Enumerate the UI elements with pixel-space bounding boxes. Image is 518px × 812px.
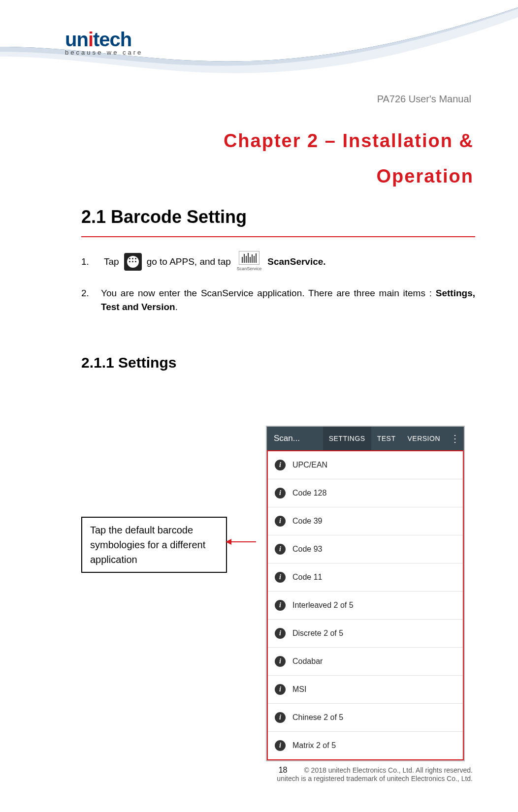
symbology-list: iUPC/EAN iCode 128 iCode 39 iCode 93 iCo… bbox=[267, 450, 464, 760]
page-number: 18 bbox=[279, 766, 288, 775]
section-title: 2.1 Barcode Setting bbox=[81, 207, 247, 227]
phone-app-name: Scan... bbox=[267, 434, 307, 443]
info-icon: i bbox=[275, 628, 286, 639]
brand-logo: unitech because we care bbox=[65, 29, 143, 56]
list-item-label: Code 39 bbox=[292, 517, 323, 526]
phone-topbar: Scan... SETTINGS TEST VERSION ⋮ bbox=[267, 427, 464, 450]
callout-box: Tap the default barcode symbologies for … bbox=[81, 517, 227, 573]
footer-line2: unitech is a registered trademark of uni… bbox=[277, 775, 473, 782]
phone-screenshot: Scan... SETTINGS TEST VERSION ⋮ iUPC/EAN… bbox=[266, 426, 465, 761]
step-2-num: 2. bbox=[81, 286, 101, 301]
list-item-label: UPC/EAN bbox=[292, 461, 327, 469]
list-item[interactable]: iCode 93 bbox=[268, 535, 463, 563]
info-icon: i bbox=[275, 684, 286, 695]
info-icon: i bbox=[275, 600, 286, 611]
section-rule bbox=[81, 236, 475, 237]
step-2: 2. You are now enter the ScanService app… bbox=[81, 286, 475, 314]
logo-tagline: because we care bbox=[65, 49, 143, 56]
page-footer: 18 © 2018 unitech Electronics Co., Ltd. … bbox=[0, 766, 518, 782]
tab-version[interactable]: VERSION bbox=[401, 427, 446, 450]
callout-text: Tap the default barcode symbologies for … bbox=[90, 525, 205, 565]
list-item[interactable]: iCode 39 bbox=[268, 507, 463, 535]
logo-part1: un bbox=[65, 29, 88, 50]
info-icon: i bbox=[275, 460, 286, 470]
list-item-label: MSI bbox=[292, 685, 306, 694]
step-1: 1. Tap go to APPS, and tap ScanService S… bbox=[81, 251, 475, 273]
list-item[interactable]: iChinese 2 of 5 bbox=[268, 704, 463, 732]
list-item-label: Discrete 2 of 5 bbox=[292, 629, 343, 638]
step-1-text-c: ScanService. bbox=[267, 255, 325, 269]
footer-line1: © 2018 unitech Electronics Co., Ltd. All… bbox=[304, 766, 473, 774]
step-2-text-a: You are now enter the ScanService applic… bbox=[101, 288, 436, 298]
scanservice-icon: ScanService bbox=[237, 251, 262, 273]
list-item-label: Codabar bbox=[292, 657, 323, 666]
list-item-label: Matrix 2 of 5 bbox=[292, 741, 336, 750]
list-item-label: Interleaved 2 of 5 bbox=[292, 601, 354, 610]
tab-test[interactable]: TEST bbox=[371, 427, 402, 450]
callout-arrow bbox=[227, 541, 256, 542]
tab-settings[interactable]: SETTINGS bbox=[323, 427, 371, 450]
list-item-label: Code 11 bbox=[292, 573, 323, 582]
overflow-menu-icon[interactable]: ⋮ bbox=[446, 433, 464, 444]
list-item[interactable]: iInterleaved 2 of 5 bbox=[268, 592, 463, 620]
subsection-title: 2.1.1 Settings bbox=[81, 354, 176, 371]
step-1-text-b: go to APPS, and tap bbox=[147, 255, 231, 269]
list-item[interactable]: iCode 11 bbox=[268, 563, 463, 592]
info-icon: i bbox=[275, 712, 286, 723]
info-icon: i bbox=[275, 544, 286, 555]
info-icon: i bbox=[275, 656, 286, 667]
document-title: PA726 User's Manual bbox=[377, 94, 471, 105]
chapter-title: Chapter 2 – Installation & Operation bbox=[177, 123, 474, 194]
list-item-label: Code 93 bbox=[292, 545, 323, 554]
logo-dot: i bbox=[88, 29, 93, 50]
scanservice-icon-label: ScanService bbox=[237, 266, 262, 273]
list-item[interactable]: iDiscrete 2 of 5 bbox=[268, 620, 463, 648]
info-icon: i bbox=[275, 488, 286, 499]
list-item[interactable]: iCodabar bbox=[268, 648, 463, 676]
info-icon: i bbox=[275, 572, 286, 583]
list-item[interactable]: iMSI bbox=[268, 676, 463, 704]
info-icon: i bbox=[275, 516, 286, 527]
list-item-label: Code 128 bbox=[292, 489, 326, 498]
list-item[interactable]: iUPC/EAN bbox=[268, 451, 463, 479]
info-icon: i bbox=[275, 740, 286, 751]
step-1-text-a: Tap bbox=[104, 255, 119, 269]
logo-part2: tech bbox=[93, 29, 131, 50]
list-item[interactable]: iMatrix 2 of 5 bbox=[268, 732, 463, 759]
list-item[interactable]: iCode 128 bbox=[268, 479, 463, 507]
list-item-label: Chinese 2 of 5 bbox=[292, 713, 343, 722]
step-1-num: 1. bbox=[81, 255, 101, 269]
apps-icon bbox=[124, 253, 142, 271]
step-2-text-end: . bbox=[175, 302, 178, 312]
